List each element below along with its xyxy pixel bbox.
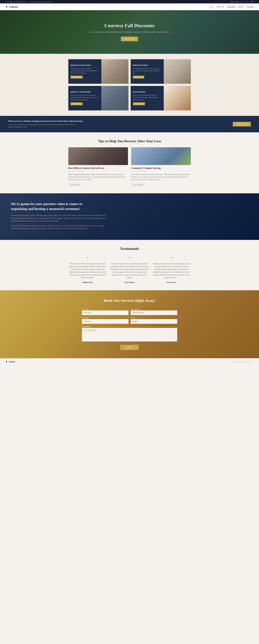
email-input[interactable] xyxy=(131,310,177,315)
form-row-1: First Name Email Address xyxy=(82,308,177,315)
message-label: Your Message xyxy=(82,326,177,327)
blog-meta: by Admin Jul 14, 2016 xyxy=(131,170,191,172)
blog-post-title: How Different Cultures Deal with Loss xyxy=(68,167,128,169)
card-more-button[interactable]: MORE INFO xyxy=(70,102,82,105)
testimonial-alice: ❝ "It was very important to my recently … xyxy=(110,256,149,283)
service-card-services-spectrum: SERVICES SPECTRUM Our range of services … xyxy=(68,59,128,84)
top-bar-info: 24/7 Professional Funeral Services 22 St… xyxy=(6,1,52,2)
testimonial-author: Alice Donner xyxy=(110,281,149,284)
card-description: Our range of services varies from a conv… xyxy=(70,68,99,74)
email-label: Email Address xyxy=(131,308,177,310)
booking-form: First Name Email Address Last Name Subje… xyxy=(82,308,177,350)
card-more-button[interactable]: MORE ART xyxy=(133,76,144,78)
partners-paragraph-1: The first thing that typically comes to … xyxy=(11,214,106,222)
testimonial-author: Steven Lewn xyxy=(152,281,191,284)
blog-excerpt: The concept of cremation has always been… xyxy=(131,173,191,181)
main-nav: Home Services ▼ Specialists Blog ▼ Conta… xyxy=(209,6,254,8)
blog-post-title: Cremation VS Regular Burying xyxy=(131,167,191,169)
nav-services[interactable]: Services ▼ xyxy=(216,6,224,8)
partners-section: We're gonna be your partners when it com… xyxy=(0,193,259,240)
twitter-icon[interactable]: T xyxy=(241,1,242,2)
header: ⚜ Ashton Home Services ▼ Specialists Blo… xyxy=(0,4,259,10)
form-group-firstname: First Name xyxy=(82,308,128,315)
hero-description: As we're entering the second half of the… xyxy=(89,31,170,34)
subject-label: Subject xyxy=(131,317,177,318)
nav-contacts[interactable]: Contacts xyxy=(246,6,254,8)
google-icon[interactable]: G xyxy=(244,1,246,2)
form-row-2: Last Name Subject xyxy=(82,317,177,324)
testimonials-title: Testimonials xyxy=(6,247,254,251)
submit-button[interactable]: Submit xyxy=(120,345,139,350)
card-title: SERVICES SPECTRUM xyxy=(70,64,99,66)
statue-image xyxy=(164,59,191,84)
hero-cta-button[interactable]: MORE INFO xyxy=(121,36,138,41)
blog-post-cremation: Cremation VS Regular Burying by Admin Ju… xyxy=(131,147,191,186)
top-bar-service: 24/7 Professional Funeral Services xyxy=(6,1,26,2)
hero-section: Courtesy Fall Discounts As we're enterin… xyxy=(0,10,259,54)
card-content: OPEN TO TRADITIONS With such a variety o… xyxy=(68,86,102,110)
footer-logo-icon: ⚜ xyxy=(6,360,7,363)
blog-author: Admin xyxy=(71,170,75,172)
form-group-lastname: Last Name xyxy=(82,317,128,324)
services-grid: SERVICES SPECTRUM Our range of services … xyxy=(68,59,191,110)
coffin-image xyxy=(102,59,128,84)
blog-excerpt: When looking through numerous cultural b… xyxy=(68,173,128,181)
top-bar-address: 22 St. Black Road Raleigh, PA 34578 xyxy=(29,1,52,2)
card-more-button[interactable]: MORE INFO xyxy=(70,76,82,78)
firstname-input[interactable] xyxy=(82,310,128,315)
top-bar-contact: +1 800 559 6081 T f G in V 🔍 xyxy=(229,1,254,2)
testimonial-author: Wallace Hans xyxy=(68,281,107,284)
facebook-icon[interactable]: f xyxy=(243,1,244,2)
message-textarea[interactable] xyxy=(82,328,177,342)
blog-read-more-button[interactable]: READ MORE xyxy=(68,183,82,186)
blog-author-label: by xyxy=(68,170,70,172)
service-card-empathic-pros: EMPATHIC PROS We understand just how muc… xyxy=(131,59,191,84)
promo-subtext: Don't worry, we'll assist you in all the… xyxy=(8,123,76,128)
card-content: FAIR PRICING We never take advantage of … xyxy=(131,86,164,110)
chevron-down-icon: ▼ xyxy=(223,6,224,8)
testimonials-section: Testimonials ❝ "When I was hit with my s… xyxy=(0,240,259,290)
footer: ⚜ Ashton 2016 (c) Ashton Privacy Policy xyxy=(0,358,259,365)
vimeo-icon[interactable]: V xyxy=(249,1,250,2)
promo-text: When you're in a situation of losing you… xyxy=(8,120,83,128)
testimonial-quote: "When I was hit with my sister's death l… xyxy=(68,262,107,279)
privacy-policy-link[interactable]: Privacy Policy xyxy=(245,361,254,362)
roses-image xyxy=(164,86,191,110)
linkedin-icon[interactable]: in xyxy=(246,1,248,2)
subject-input[interactable] xyxy=(131,319,177,324)
partners-paragraph-2: This means that starting from helping yo… xyxy=(11,224,106,230)
testimonial-quote: "It was very important to my recently de… xyxy=(110,262,149,279)
card-description: We understand just how much grief is in … xyxy=(133,68,162,74)
top-bar-phone: +1 800 559 6081 xyxy=(229,1,239,2)
quote-icon: ❝ xyxy=(110,256,149,261)
testimonial-quote: "When my son was killed in the action du… xyxy=(152,262,191,279)
testimonial-wallace: ❝ "When I was hit with my sister's death… xyxy=(68,256,107,283)
blog-section: Tips to Help You Recover After Your Loss… xyxy=(0,132,259,193)
services-section: SERVICES SPECTRUM Our range of services … xyxy=(0,54,259,116)
testimonials-grid: ❝ "When I was hit with my sister's death… xyxy=(68,256,191,283)
form-group-email: Email Address xyxy=(131,308,177,315)
nav-blog[interactable]: Blog ▼ xyxy=(238,6,244,8)
blog-title: Tips to Help You Recover After Your Loss xyxy=(6,139,254,143)
order-now-button[interactable]: ORDER NOW xyxy=(233,122,251,126)
nav-home[interactable]: Home xyxy=(209,6,214,8)
service-card-open-traditions: OPEN TO TRADITIONS With such a variety o… xyxy=(68,86,128,110)
top-bar: 24/7 Professional Funeral Services 22 St… xyxy=(0,0,259,4)
card-description: We never take advantage of your tragic s… xyxy=(133,94,162,101)
firstname-label: First Name xyxy=(82,308,128,310)
card-title: OPEN TO TRADITIONS xyxy=(70,91,99,93)
lastname-label: Last Name xyxy=(82,317,128,318)
blog-read-more-button[interactable]: READ MORE xyxy=(131,183,146,186)
card-title: FAIR PRICING xyxy=(133,91,162,93)
footer-logo: ⚜ Ashton xyxy=(6,360,15,363)
card-more-button[interactable]: MORE INFO xyxy=(133,102,145,105)
lastname-input[interactable] xyxy=(82,319,128,324)
form-group-subject: Subject xyxy=(131,317,177,324)
form-submit-row: Submit xyxy=(82,345,177,350)
blog-image-casket xyxy=(131,147,191,165)
nav-specialists[interactable]: Specialists xyxy=(227,6,236,8)
logo[interactable]: ⚜ Ashton xyxy=(6,5,18,8)
search-icon[interactable]: 🔍 xyxy=(252,1,254,2)
blog-date: Jul 14, 2016 xyxy=(76,170,84,172)
quote-icon: ❝ xyxy=(68,256,107,261)
